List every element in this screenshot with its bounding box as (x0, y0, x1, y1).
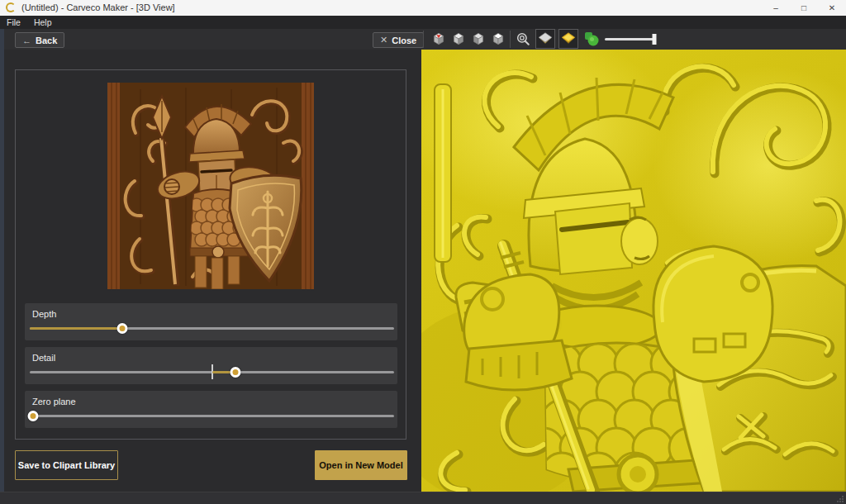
zero-plane-label: Zero plane (32, 397, 76, 407)
save-to-clipart-library-button[interactable]: Save to Clipart Library (15, 450, 118, 480)
toolbar-separator (423, 31, 424, 48)
detail-slider-group: Detail (25, 347, 397, 384)
depth-slider-handle[interactable] (117, 323, 128, 334)
menu-help[interactable]: Help (27, 17, 59, 27)
depth-slider-group: Depth (25, 303, 397, 340)
window-title: (Untitled) - Carveco Maker - [3D View] (21, 2, 175, 12)
toolbar-separator (510, 31, 511, 48)
zero-plane-slider[interactable] (30, 415, 394, 418)
detail-label: Detail (32, 353, 55, 363)
zero-plane-slider-handle[interactable] (28, 411, 39, 421)
minimize-button[interactable]: – (762, 0, 790, 16)
close-x-icon: ✕ (380, 35, 387, 45)
view-cube-top-arrow-button[interactable] (430, 30, 448, 48)
menubar: File Help (0, 16, 846, 29)
toolbar-zoom-slider[interactable] (605, 38, 654, 40)
detail-slider[interactable] (30, 371, 394, 374)
depth-slider-fill (30, 327, 122, 330)
view-cube-top-face-button[interactable] (489, 30, 507, 48)
status-bar (0, 492, 846, 504)
relief-settings-panel: Depth Detail Zero plane (15, 69, 406, 440)
relief-preview-flat-toggle[interactable] (535, 29, 555, 49)
open-in-new-model-button[interactable]: Open in New Model (315, 450, 407, 480)
viewport-3d[interactable] (421, 50, 846, 492)
window-controls: – □ ✕ (762, 0, 846, 16)
window-edge (0, 29, 4, 504)
material-sphere-icon[interactable] (582, 30, 601, 48)
depth-slider[interactable] (30, 327, 394, 330)
titlebar: (Untitled) - Carveco Maker - [3D View] –… (0, 0, 846, 17)
toolbar-row: ← Back ✕ Close (0, 29, 846, 50)
relief-preview-gold-toggle[interactable] (558, 29, 578, 49)
view-cube-iso-right-button[interactable] (469, 30, 487, 48)
zero-plane-slider-track[interactable] (30, 415, 394, 417)
close-label: Close (392, 36, 416, 45)
close-window-button[interactable]: ✕ (818, 0, 846, 16)
maximize-button[interactable]: □ (790, 0, 818, 16)
toolbar-zoom-slider-handle[interactable] (653, 34, 657, 45)
depth-label: Depth (32, 309, 56, 319)
back-arrow-icon: ← (22, 36, 31, 45)
resize-grip-icon[interactable] (837, 496, 844, 502)
close-panel-button[interactable]: ✕ Close (373, 32, 424, 48)
back-label: Back (36, 36, 57, 45)
zero-plane-slider-group: Zero plane (25, 391, 397, 428)
menu-file[interactable]: File (0, 17, 27, 27)
preview-image (107, 83, 314, 289)
zoom-extents-button[interactable] (514, 30, 532, 48)
detail-slider-handle[interactable] (231, 367, 241, 378)
back-button[interactable]: ← Back (15, 32, 64, 48)
view-cube-iso-left-button[interactable] (449, 30, 468, 48)
carveco-logo-icon (6, 2, 16, 12)
